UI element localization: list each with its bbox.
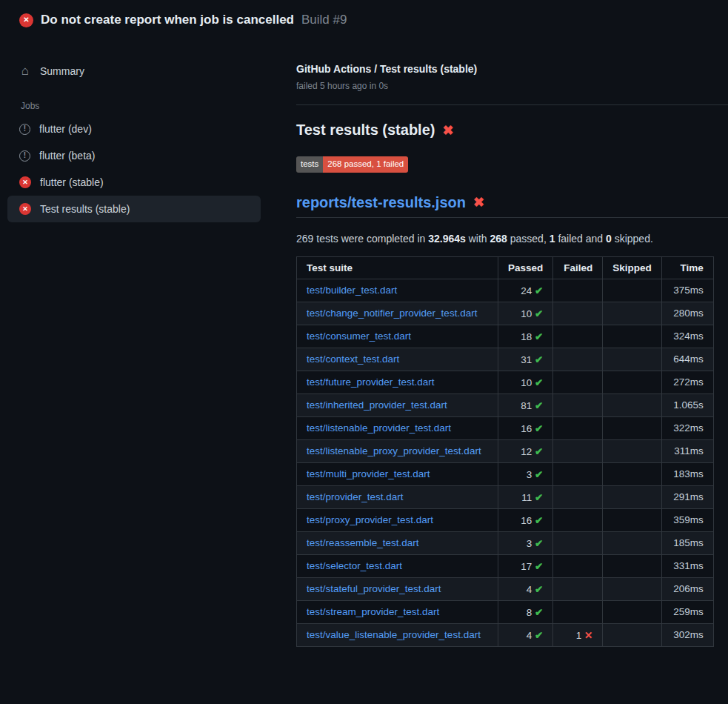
check-icon: ✔: [535, 607, 543, 618]
divider: [296, 104, 728, 105]
report-link[interactable]: reports/test-results.json: [296, 193, 466, 211]
skipped-cell: [603, 302, 662, 325]
time-cell: 185ms: [661, 531, 713, 554]
passed-cell: 10 ✔: [498, 302, 553, 325]
table-row: test/consumer_test.dart18 ✔324ms: [297, 325, 714, 348]
suite-cell: test/proxy_provider_test.dart: [297, 508, 498, 531]
failed-cell: [553, 416, 603, 439]
passed-cell: 24 ✔: [498, 279, 553, 302]
suite-link[interactable]: test/stream_provider_test.dart: [307, 606, 439, 617]
failed-x-icon: ✖: [473, 196, 484, 209]
section-title-text: Test results (stable): [296, 122, 435, 139]
col-header-skipped: Skipped: [603, 256, 662, 279]
suite-link[interactable]: test/future_provider_test.dart: [307, 376, 435, 388]
failed-status-icon: ✕: [19, 203, 31, 215]
time-cell: 280ms: [661, 302, 713, 325]
suite-link[interactable]: test/provider_test.dart: [307, 491, 404, 502]
failed-cell: [553, 279, 603, 302]
check-icon: ✔: [535, 285, 543, 296]
run-meta: failed 5 hours ago in 0s: [296, 81, 728, 91]
col-header-time: Time: [661, 256, 713, 279]
suite-link[interactable]: test/listenable_provider_test.dart: [307, 422, 451, 434]
suite-link[interactable]: test/builder_test.dart: [307, 285, 397, 296]
table-row: test/reassemble_test.dart3 ✔185ms: [297, 531, 714, 554]
suite-link[interactable]: test/selector_test.dart: [307, 560, 402, 571]
suite-cell: test/stateful_provider_test.dart: [297, 577, 498, 600]
failed-cell: [553, 439, 603, 462]
suite-link[interactable]: test/listenable_proxy_provider_test.dart: [307, 445, 481, 456]
report-heading: reports/test-results.json ✖: [296, 193, 728, 218]
job-label: flutter (stable): [40, 176, 104, 188]
suite-link[interactable]: test/change_notifier_provider_test.dart: [307, 308, 477, 319]
passed-cell: 16 ✔: [498, 508, 553, 531]
skipped-cell: [603, 439, 662, 462]
suite-cell: test/builder_test.dart: [297, 279, 498, 302]
suite-link[interactable]: test/proxy_provider_test.dart: [307, 514, 433, 525]
failed-cell: [553, 393, 603, 416]
jobs-section-label: Jobs: [21, 101, 261, 111]
failed-cell: [553, 554, 603, 577]
skipped-cell: [603, 508, 662, 531]
suite-cell: test/listenable_proxy_provider_test.dart: [297, 439, 498, 462]
time-cell: 183ms: [661, 462, 713, 485]
passed-cell: 4 ✔: [498, 623, 553, 646]
tests-badge: tests 268 passed, 1 failed: [296, 156, 408, 173]
table-row: test/stateful_provider_test.dart4 ✔206ms: [297, 577, 714, 600]
failed-cell: [553, 508, 603, 531]
table-row: test/builder_test.dart24 ✔375ms: [297, 279, 714, 302]
sidebar-item-flutter-beta[interactable]: ! flutter (beta): [7, 142, 261, 169]
passed-cell: 17 ✔: [498, 554, 553, 577]
table-row: test/change_notifier_provider_test.dart1…: [297, 302, 714, 325]
results-table-body: test/builder_test.dart24 ✔375mstest/chan…: [297, 279, 714, 646]
badge-label: tests: [296, 156, 323, 173]
failed-cell: 1 ✕: [553, 623, 603, 646]
sidebar-item-flutter-stable[interactable]: ✕ flutter (stable): [7, 169, 261, 196]
failed-cell: [553, 348, 603, 371]
suite-link[interactable]: test/inherited_provider_test.dart: [307, 399, 447, 411]
suite-cell: test/value_listenable_provider_test.dart: [297, 623, 498, 646]
suite-cell: test/multi_provider_test.dart: [297, 462, 498, 485]
table-row: test/stream_provider_test.dart8 ✔259ms: [297, 600, 714, 623]
suite-cell: test/selector_test.dart: [297, 554, 498, 577]
suite-link[interactable]: test/multi_provider_test.dart: [307, 468, 430, 479]
passed-cell: 12 ✔: [498, 439, 553, 462]
col-header-test-suite: Test suite: [297, 256, 498, 279]
time-cell: 291ms: [661, 485, 713, 508]
table-row: test/proxy_provider_test.dart16 ✔359ms: [297, 508, 714, 531]
badge-value: 268 passed, 1 failed: [323, 156, 408, 173]
summary-line: 269 tests were completed in 32.964s with…: [296, 233, 728, 245]
run-title: Do not create report when job is cancell…: [41, 13, 294, 27]
check-icon: ✔: [535, 630, 543, 641]
check-icon: ✔: [535, 354, 543, 365]
skipped-cell: [603, 485, 662, 508]
sidebar-item-test-results-stable[interactable]: ✕ Test results (stable): [7, 196, 261, 222]
suite-cell: test/listenable_provider_test.dart: [297, 416, 498, 439]
passed-cell: 11 ✔: [498, 485, 553, 508]
x-icon: ✕: [584, 630, 592, 641]
failed-cell: [553, 371, 603, 393]
suite-cell: test/reassemble_test.dart: [297, 531, 498, 554]
sidebar-item-summary[interactable]: ⌂ Summary: [7, 57, 261, 84]
suite-link[interactable]: test/reassemble_test.dart: [307, 537, 419, 548]
time-cell: 322ms: [661, 416, 713, 439]
skipped-cell: [603, 462, 662, 485]
check-icon: ✔: [535, 377, 543, 388]
passed-cell: 8 ✔: [498, 600, 553, 623]
time-cell: 324ms: [661, 325, 713, 348]
time-cell: 331ms: [661, 554, 713, 577]
suite-link[interactable]: test/value_listenable_provider_test.dart: [307, 629, 481, 640]
suite-link[interactable]: test/context_test.dart: [307, 353, 399, 365]
passed-cell: 10 ✔: [498, 371, 553, 393]
neutral-status-icon: !: [19, 124, 30, 135]
suite-link[interactable]: test/consumer_test.dart: [307, 331, 411, 342]
skipped-cell: [603, 531, 662, 554]
skipped-cell: [603, 348, 662, 371]
skipped-cell: [603, 554, 662, 577]
table-row: test/context_test.dart31 ✔644ms: [297, 348, 714, 371]
section-title: Test results (stable) ✖: [296, 122, 728, 139]
suite-link[interactable]: test/stateful_provider_test.dart: [307, 583, 441, 594]
sidebar-item-flutter-dev[interactable]: ! flutter (dev): [7, 116, 261, 142]
suite-cell: test/context_test.dart: [297, 348, 498, 371]
skipped-cell: [603, 577, 662, 600]
job-label: Test results (stable): [40, 203, 130, 215]
